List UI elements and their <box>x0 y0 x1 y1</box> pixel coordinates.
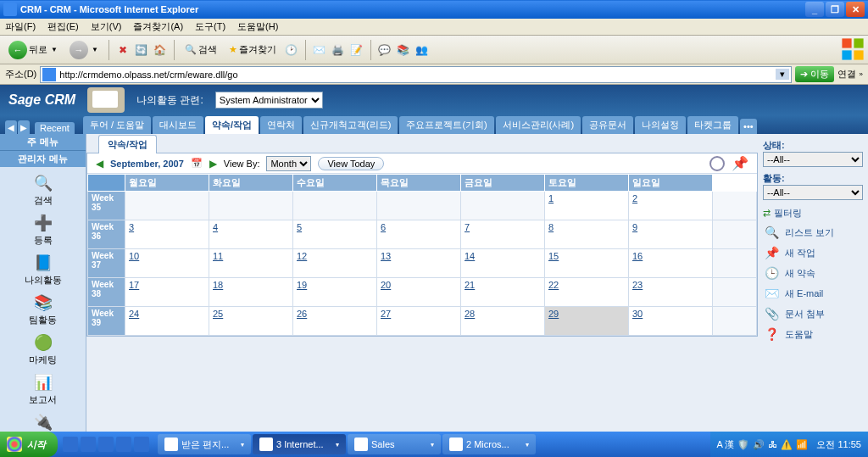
menu-help[interactable]: 도움말(H) <box>237 20 278 33</box>
ql-icon[interactable] <box>63 437 78 452</box>
next-month-button[interactable]: ▶ <box>209 158 217 170</box>
url-input[interactable]: http://crmdemo.olpass.net/crm/eware.dll/… <box>40 66 791 83</box>
view-today-button[interactable]: View Today <box>318 157 384 170</box>
menu-file[interactable]: 파일(F) <box>5 20 36 33</box>
status-select[interactable]: --All-- <box>763 152 863 167</box>
ql-icon[interactable] <box>98 437 114 452</box>
right-action[interactable]: 📎문서 첨부 <box>763 306 863 321</box>
calendar-cell[interactable] <box>461 192 545 220</box>
ql-icon[interactable] <box>134 437 149 452</box>
calendar-cell[interactable]: 17 <box>125 278 209 307</box>
maximize-button[interactable]: ❐ <box>826 2 844 17</box>
prev-month-button[interactable]: ◀ <box>96 158 103 170</box>
calendar-cell[interactable]: 18 <box>209 278 293 307</box>
left-item[interactable]: 📘나의활동 <box>0 254 86 287</box>
left-item[interactable]: ➕등록 <box>0 214 86 247</box>
calendar-cell[interactable]: 9 <box>629 220 713 249</box>
tab-documents[interactable]: 공유문서 <box>582 116 633 134</box>
calendar-cell[interactable]: 3 <box>125 220 209 249</box>
minimize-button[interactable]: _ <box>805 2 824 17</box>
calendar-cell[interactable]: 27 <box>377 307 461 336</box>
calendar-cell[interactable]: 22 <box>545 278 629 307</box>
calendar-cell[interactable]: 24 <box>125 307 209 336</box>
menu-favorites[interactable]: 즐겨찾기(A) <box>133 20 183 33</box>
calendar-cell[interactable] <box>293 192 377 220</box>
right-action[interactable]: 🕒새 약속 <box>763 265 863 281</box>
tab-dashboard[interactable]: 대시보드 <box>153 116 203 134</box>
calendar-cell[interactable]: 30 <box>629 307 713 336</box>
right-action[interactable]: 📌새 작업 <box>763 245 863 260</box>
left-item[interactable]: 🔍검색 <box>0 174 86 207</box>
week-label[interactable]: Week39 <box>88 307 125 336</box>
calendar-icon[interactable]: 📅 <box>191 158 203 169</box>
menu-view[interactable]: 보기(V) <box>91 20 122 33</box>
print-button[interactable]: 🖨️ <box>331 43 345 57</box>
calendar-cell[interactable]: 2 <box>629 192 713 220</box>
calendar-cell[interactable]: 10 <box>125 249 209 278</box>
research-button[interactable]: 📚 <box>397 43 410 57</box>
calendar-cell[interactable]: 7 <box>461 220 545 249</box>
menu-tools[interactable]: 도구(T) <box>195 20 225 33</box>
taskbar-task[interactable]: 3 Internet...▾ <box>253 434 346 454</box>
favorites-button[interactable]: ★즐겨찾기 <box>225 42 280 58</box>
left-item[interactable]: 🟢마케팅 <box>0 333 86 366</box>
search-button[interactable]: 🔍검색 <box>181 42 220 58</box>
history-button[interactable]: 🕑 <box>285 43 298 57</box>
subtab-appointments[interactable]: 약속/작업 <box>98 135 157 153</box>
calendar-cell[interactable]: 13 <box>377 249 461 278</box>
calendar-cell[interactable]: 23 <box>629 278 713 307</box>
tab-more[interactable]: ••• <box>740 119 757 134</box>
calendar-cell[interactable] <box>209 192 293 220</box>
period-select[interactable]: Month <box>266 156 311 171</box>
calendar-cell[interactable]: 25 <box>209 307 293 336</box>
filter-button[interactable]: ⇄필터링 <box>763 207 863 220</box>
links-label[interactable]: 연결 <box>837 68 856 81</box>
left-item[interactable]: 📊보고서 <box>0 373 86 406</box>
recent-button[interactable]: Recent <box>35 122 75 134</box>
calendar-cell[interactable]: 26 <box>293 307 377 336</box>
calendar-cell[interactable]: 12 <box>293 249 377 278</box>
forward-button[interactable]: →▼ <box>66 39 102 61</box>
calendar-cell[interactable]: 14 <box>461 249 545 278</box>
ql-icon[interactable] <box>81 437 96 452</box>
left-head-admin[interactable]: 관리자 메뉴 <box>0 151 86 167</box>
refresh-button[interactable]: 🔄 <box>135 43 148 57</box>
right-action[interactable]: ✉️새 E-mail <box>763 286 863 301</box>
calendar-cell[interactable] <box>377 192 461 220</box>
activity-select[interactable]: --All-- <box>763 185 863 200</box>
back-button[interactable]: ←뒤로▼ <box>5 39 61 61</box>
stop-button[interactable]: ✖ <box>116 43 130 57</box>
taskbar-task[interactable]: 받은 편지...▾ <box>158 434 251 454</box>
right-action[interactable]: 🔍리스트 보기 <box>763 225 863 240</box>
calendar-cell[interactable]: 5 <box>293 220 377 249</box>
tab-tour[interactable]: 투어 / 도움말 <box>83 116 151 134</box>
menu-edit[interactable]: 편집(E) <box>47 20 79 33</box>
pin-icon[interactable]: 📌 <box>732 155 748 171</box>
tab-targetgroup[interactable]: 타켓그룹 <box>687 116 738 134</box>
calendar-cell[interactable]: 21 <box>461 278 545 307</box>
left-head-main[interactable]: 주 메뉴 <box>0 134 86 151</box>
week-label[interactable]: Week35 <box>88 192 125 220</box>
home-button[interactable]: 🏠 <box>153 43 167 57</box>
calendar-cell[interactable]: 20 <box>377 278 461 307</box>
calendar-cell[interactable]: 29 <box>545 307 629 336</box>
taskbar-task[interactable]: Sales▾ <box>348 434 441 454</box>
tab-prev-button[interactable]: ◀ <box>5 120 17 134</box>
calendar-cell[interactable]: 16 <box>629 249 713 278</box>
tab-contacts[interactable]: 연락처 <box>260 116 302 134</box>
calendar-cell[interactable]: 19 <box>293 278 377 307</box>
mail-button[interactable]: ✉️ <box>313 43 326 57</box>
week-label[interactable]: Week37 <box>88 249 125 278</box>
calendar-cell[interactable] <box>125 192 209 220</box>
week-label[interactable]: Week38 <box>88 278 125 307</box>
lang-indicator[interactable]: A 漢 <box>717 438 735 451</box>
calendar-cell[interactable]: 28 <box>461 307 545 336</box>
tab-next-button[interactable]: ▶ <box>18 120 30 134</box>
calendar-cell[interactable]: 11 <box>209 249 293 278</box>
messenger-button[interactable]: 👥 <box>415 43 429 57</box>
calendar-cell[interactable]: 6 <box>377 220 461 249</box>
tab-cases[interactable]: 서비스관리(사례) <box>496 116 581 134</box>
close-button[interactable]: ✕ <box>846 2 865 17</box>
clock[interactable]: 오전 11:55 <box>816 438 861 451</box>
clock-icon[interactable] <box>709 156 725 171</box>
